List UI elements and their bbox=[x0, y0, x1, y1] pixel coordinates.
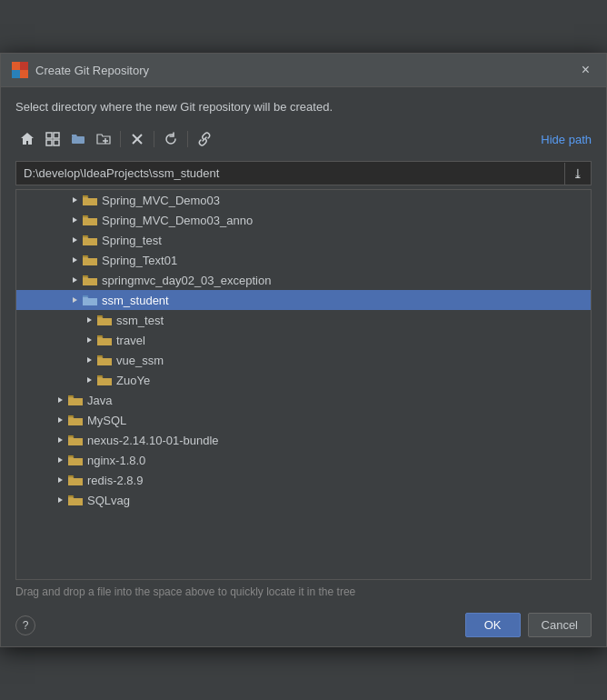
expand-arrow-icon bbox=[67, 293, 82, 307]
home-button[interactable] bbox=[15, 128, 39, 150]
delete-button[interactable] bbox=[125, 128, 149, 150]
tree-item[interactable]: Spring_MVC_Demo03_anno bbox=[16, 210, 591, 230]
svg-marker-14 bbox=[73, 217, 77, 223]
svg-marker-22 bbox=[87, 377, 92, 383]
tree-item-label: travel bbox=[116, 334, 145, 347]
close-button[interactable]: × bbox=[576, 61, 595, 79]
tree-item[interactable]: Spring_test bbox=[16, 230, 591, 250]
svg-rect-8 bbox=[72, 136, 85, 144]
tree-item-label: ssm_student bbox=[102, 294, 169, 307]
tree-item-label: redis-2.8.9 bbox=[87, 474, 143, 487]
folder-icon bbox=[96, 334, 113, 346]
expand-arrow-icon bbox=[53, 393, 67, 407]
svg-marker-24 bbox=[58, 417, 63, 423]
tree-item[interactable]: ZuoYe bbox=[16, 370, 591, 390]
tree-item[interactable]: vue_ssm bbox=[16, 350, 591, 370]
toolbar-separator-1 bbox=[120, 131, 121, 147]
tree-item[interactable]: MySQL bbox=[16, 410, 591, 430]
svg-rect-1 bbox=[20, 62, 28, 70]
folder-icon bbox=[82, 214, 98, 226]
path-bar: ⤓ bbox=[15, 161, 592, 185]
svg-marker-18 bbox=[73, 297, 77, 303]
folder-icon bbox=[67, 474, 84, 486]
cancel-button[interactable]: Cancel bbox=[528, 613, 592, 637]
expand-arrow-icon bbox=[82, 373, 96, 387]
drag-hint: Drag and drop a file into the space abov… bbox=[1, 580, 606, 604]
folder-icon bbox=[82, 254, 98, 266]
tree-item[interactable]: ssm_student bbox=[16, 290, 591, 310]
ok-button[interactable]: OK bbox=[465, 613, 521, 637]
folder-icon bbox=[82, 194, 98, 206]
expand-arrow-icon bbox=[67, 193, 82, 207]
tree-item[interactable]: Spring_Text01 bbox=[16, 250, 591, 270]
folder-icon bbox=[96, 354, 113, 366]
expand-arrow-icon bbox=[53, 453, 67, 467]
folder-icon bbox=[82, 234, 98, 246]
expand-arrow-icon bbox=[82, 353, 96, 367]
folder-icon bbox=[67, 454, 84, 466]
svg-rect-0 bbox=[12, 62, 20, 70]
svg-rect-5 bbox=[54, 133, 59, 138]
expand-arrow-icon bbox=[53, 473, 67, 487]
help-button[interactable]: ? bbox=[15, 615, 35, 635]
tree-item[interactable]: nexus-2.14.10-01-bundle bbox=[16, 430, 591, 450]
path-download-button[interactable]: ⤓ bbox=[564, 163, 591, 185]
tree-item[interactable]: SQLvag bbox=[16, 490, 591, 510]
folder-icon bbox=[67, 494, 84, 506]
tree-item[interactable]: springmvc_day02_03_exception bbox=[16, 270, 591, 290]
tree-item-label: ssm_test bbox=[116, 314, 164, 327]
expand-arrow-icon bbox=[67, 273, 82, 287]
expand-arrow-icon bbox=[53, 413, 67, 427]
folder-icon bbox=[67, 414, 84, 426]
svg-marker-17 bbox=[73, 277, 77, 283]
expand-arrow-icon bbox=[53, 493, 67, 507]
expand-arrow-icon bbox=[67, 253, 82, 267]
svg-rect-6 bbox=[46, 140, 52, 145]
toolbar: Hide path bbox=[15, 125, 592, 154]
tree-item[interactable]: ssm_test bbox=[16, 310, 591, 330]
hide-path-link[interactable]: Hide path bbox=[541, 133, 592, 146]
tree-item[interactable]: travel bbox=[16, 330, 591, 350]
tree-item-label: Spring_MVC_Demo03_anno bbox=[102, 214, 253, 227]
link-button[interactable] bbox=[193, 128, 216, 150]
tree-item[interactable]: redis-2.8.9 bbox=[16, 470, 591, 490]
expand-arrow-icon bbox=[67, 233, 82, 247]
tree-item-label: MySQL bbox=[87, 414, 126, 427]
dialog-title: Create Git Repository bbox=[35, 64, 149, 77]
dialog-content: Select directory where the new Git repos… bbox=[1, 87, 606, 580]
folder-icon bbox=[67, 394, 84, 406]
tree-item-label: vue_ssm bbox=[116, 354, 164, 367]
tree-item-label: springmvc_day02_03_exception bbox=[102, 274, 271, 287]
tree-item-label: SQLvag bbox=[87, 494, 130, 507]
new-folder-button[interactable] bbox=[92, 128, 115, 150]
folder-icon bbox=[96, 374, 113, 386]
expand-arrow-icon bbox=[82, 333, 96, 347]
title-bar-left: Create Git Repository bbox=[12, 62, 149, 78]
svg-marker-26 bbox=[58, 457, 63, 463]
svg-marker-27 bbox=[58, 477, 63, 483]
description-text: Select directory where the new Git repos… bbox=[15, 100, 592, 114]
svg-marker-20 bbox=[87, 337, 92, 343]
create-git-repository-dialog: Create Git Repository × Select directory… bbox=[0, 53, 607, 647]
tree-item-label: ZuoYe bbox=[116, 374, 150, 387]
svg-rect-2 bbox=[12, 70, 20, 78]
svg-marker-15 bbox=[73, 237, 77, 243]
file-tree: Spring_MVC_Demo03 Spring_MVC_Demo03_anno… bbox=[15, 189, 592, 580]
tree-item[interactable]: nginx-1.8.0 bbox=[16, 450, 591, 470]
refresh-button[interactable] bbox=[159, 128, 183, 150]
folder-icon bbox=[96, 314, 113, 326]
svg-rect-7 bbox=[54, 140, 59, 145]
tree-item[interactable]: Java bbox=[16, 390, 591, 410]
tree-item-label: nginx-1.8.0 bbox=[87, 454, 145, 467]
expand-arrow-icon bbox=[53, 433, 67, 447]
tree-item-label: Java bbox=[87, 394, 112, 407]
expand-arrow-icon bbox=[82, 313, 96, 327]
svg-marker-16 bbox=[73, 257, 77, 263]
title-bar: Create Git Repository × bbox=[1, 54, 606, 87]
svg-marker-28 bbox=[58, 497, 63, 503]
folder-icon bbox=[67, 434, 84, 446]
desktop-button[interactable] bbox=[41, 128, 65, 150]
open-folder-button[interactable] bbox=[66, 128, 90, 150]
tree-item[interactable]: Spring_MVC_Demo03 bbox=[16, 190, 591, 210]
path-input[interactable] bbox=[16, 162, 564, 185]
